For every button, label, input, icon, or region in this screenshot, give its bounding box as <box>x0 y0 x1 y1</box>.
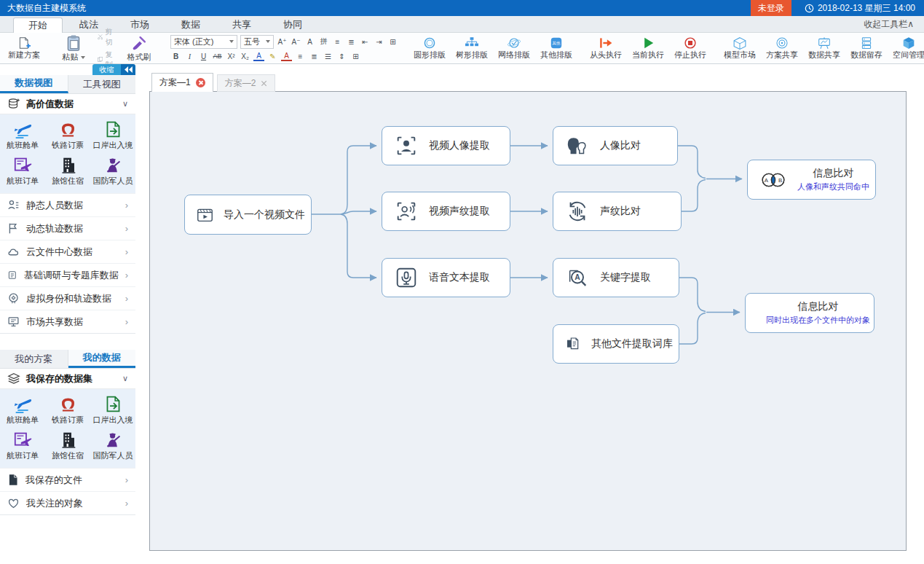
dataset-hotel-stay[interactable]: 旅馆住宿 <box>45 428 90 463</box>
dataset-railway-ticket[interactable]: 铁路订票 <box>45 392 90 428</box>
change-case-button[interactable]: A <box>304 36 315 47</box>
font-row-1: 宋体 (正文) 五号 A⁺ A⁻ A 拼 ≡ ≣ ⇤ ⇥ ⊞ <box>170 35 398 49</box>
model-market-button[interactable]: 模型市场 <box>719 34 761 62</box>
dataset-flight-order[interactable]: 航班订单 <box>0 153 45 189</box>
circle-layout-button[interactable]: 圆形排版 <box>408 34 451 62</box>
sidebar-item-virtual-identity-data[interactable]: 虚拟身份和轨迹数据 › <box>0 286 135 310</box>
plan-share-button[interactable]: 方案共享 <box>761 34 803 62</box>
dataset-hotel-stay[interactable]: 旅馆住宿 <box>45 153 90 189</box>
tab-data-view[interactable]: 数据视图 <box>0 75 68 93</box>
tree-layout-button[interactable]: 树形排版 <box>451 34 493 62</box>
pinyin-button[interactable]: 拼 <box>318 36 329 47</box>
sidebar-item-cloud-file-data[interactable]: 云文件中心数据 › <box>0 240 135 263</box>
data-retention-button[interactable]: 数据留存 <box>845 34 888 62</box>
document-tabs: 方案—1 方案—2 <box>151 73 275 92</box>
numbered-list-button[interactable]: ≣ <box>346 36 357 47</box>
dataset-military-personnel[interactable]: 国防军人员 <box>90 428 135 463</box>
underline-button[interactable]: U <box>198 51 209 62</box>
dataset-flight-manifest[interactable]: 航班舱单 <box>0 392 45 428</box>
dataset-border-entry-exit[interactable]: 口岸出入境 <box>90 117 135 153</box>
layers-icon <box>7 372 20 385</box>
section-my-saved-datasets[interactable]: 我保存的数据集 ∨ <box>0 369 135 389</box>
node-face-compare[interactable]: 人像比对 <box>553 126 678 165</box>
tab-tool-view[interactable]: 工具视图 <box>68 75 136 93</box>
strikethrough-button[interactable]: AB <box>212 51 223 62</box>
collapse-toolbar-link[interactable]: 收起工具栏∧ <box>864 18 924 31</box>
run-from-start-button[interactable]: 从头执行 <box>585 34 627 62</box>
dataset-military-personnel[interactable]: 国防军人员 <box>90 153 135 189</box>
align-center-button[interactable]: ≣ <box>309 51 320 62</box>
tree-layout-icon <box>462 36 482 50</box>
node-other-file-lexicon[interactable]: 其他文件提取词库 <box>553 324 679 364</box>
node-info-compare-2[interactable]: A B 信息比对 同时出现在多个文件中的对象 <box>745 293 874 333</box>
node-speech-text-extract[interactable]: 语音文本提取 <box>382 258 510 297</box>
stop-execution-button[interactable]: 停止执行 <box>669 34 711 62</box>
close-tab-icon[interactable] <box>196 78 205 87</box>
close-tab-icon[interactable] <box>261 80 267 87</box>
node-keyword-extract[interactable]: A 关键字提取 <box>553 258 679 297</box>
table-button[interactable]: ⊞ <box>387 36 398 47</box>
tab-my-data[interactable]: 我的数据 <box>68 350 136 368</box>
data-share-button[interactable]: 数据共享 <box>803 34 845 62</box>
hotel-building-icon <box>58 431 78 449</box>
chevron-right-icon: › <box>125 246 128 257</box>
sidebar-item-market-shared-data[interactable]: 市场共享数据 › <box>0 310 135 333</box>
sidebar-collapse-button[interactable]: 收缩 <box>92 64 135 75</box>
chevron-right-icon: › <box>125 223 128 234</box>
sidebar-item-static-person-data[interactable]: 静态人员数据 › <box>0 193 135 216</box>
ribbon-tab-collab[interactable]: 协同 <box>268 17 317 32</box>
superscript-button[interactable]: X² <box>226 51 237 62</box>
section-high-value-data[interactable]: 高价值数据 ∨ <box>0 94 135 114</box>
bold-button[interactable]: B <box>170 51 181 62</box>
increase-indent-button[interactable]: ⇥ <box>374 36 384 47</box>
node-info-compare-1[interactable]: A B 信息比对 人像和声纹共同命中 <box>747 160 876 200</box>
doc-tab-plan1[interactable]: 方案—1 <box>151 73 213 92</box>
ribbon-toolbar: 新建方案 粘贴 剪切 复制 <box>0 33 924 64</box>
italic-button[interactable]: I <box>184 51 195 62</box>
sidebar-item-research-library-data[interactable]: 基础调研与专题库数据 › <box>0 263 135 286</box>
dataset-border-entry-exit[interactable]: 口岸出入境 <box>90 392 135 428</box>
node-video-voiceprint-extract[interactable]: 视频声纹提取 <box>382 192 510 231</box>
decrease-indent-button[interactable]: ⇤ <box>360 36 371 47</box>
dataset-flight-order[interactable]: 航班订单 <box>0 428 45 463</box>
space-management-button[interactable]: 空间管理 <box>888 34 924 62</box>
dataset-flight-manifest[interactable]: 航班舱单 <box>0 117 45 153</box>
font-size-select[interactable]: 五号 <box>240 35 274 49</box>
node-video-face-extract[interactable]: 视频人像提取 <box>382 126 510 165</box>
subscript-button[interactable]: X₂ <box>240 51 250 62</box>
other-layout-button[interactable]: 其他 其他排版 <box>535 34 577 62</box>
shrink-font-button[interactable]: A⁻ <box>291 36 301 47</box>
bullet-list-button[interactable]: ≡ <box>332 36 343 47</box>
node-voiceprint-compare[interactable]: 声纹比对 <box>553 192 682 231</box>
sidebar-item-my-followed-objects[interactable]: 我关注的对象 › <box>0 491 135 514</box>
network-layout-button[interactable]: 网络排版 <box>493 34 535 62</box>
railway-icon <box>58 120 78 138</box>
dataset-railway-ticket[interactable]: 铁路订票 <box>45 117 90 153</box>
cut-button[interactable]: 剪切 <box>98 27 115 47</box>
highlight-button[interactable]: ✎ <box>267 51 278 62</box>
ribbon-tab-share[interactable]: 共享 <box>217 17 266 32</box>
font-color-button[interactable]: A <box>253 51 264 61</box>
workflow-canvas[interactable]: 导入一个视频文件 视频人像提取 人像比对 <box>149 91 907 551</box>
line-spacing-button[interactable]: ⇕ <box>336 51 347 62</box>
doc-tab-plan2[interactable]: 方案—2 <box>217 74 276 92</box>
ribbon-tab-market[interactable]: 市场 <box>115 17 165 32</box>
sidebar-item-dynamic-track-data[interactable]: 动态轨迹数据 › <box>0 216 135 240</box>
text-color-button[interactable]: A <box>281 51 292 61</box>
paste-button[interactable]: 粘贴 <box>52 32 95 64</box>
ribbon-tab-start[interactable]: 开始 <box>13 17 63 33</box>
login-status-badge[interactable]: 未登录 <box>751 0 791 16</box>
tab-my-plans[interactable]: 我的方案 <box>0 350 68 368</box>
format-painter-button[interactable]: 格式刷 <box>118 32 160 64</box>
grow-font-button[interactable]: A⁺ <box>277 36 288 47</box>
new-plan-button[interactable]: 新建方案 <box>3 34 45 62</box>
align-right-button[interactable]: ☰ <box>323 51 333 62</box>
node-import-video-file[interactable]: 导入一个视频文件 <box>184 195 312 235</box>
font-family-select[interactable]: 宋体 (正文) <box>170 35 237 49</box>
align-left-button[interactable]: ≡ <box>295 51 306 62</box>
sidebar-item-my-saved-files[interactable]: 我保存的文件 › <box>0 468 135 491</box>
run-current-button[interactable]: 当前执行 <box>627 34 669 62</box>
borders-button[interactable]: ⊞ <box>350 51 361 62</box>
ribbon-tab-data[interactable]: 数据 <box>166 17 216 32</box>
chevron-right-icon: › <box>125 498 128 509</box>
